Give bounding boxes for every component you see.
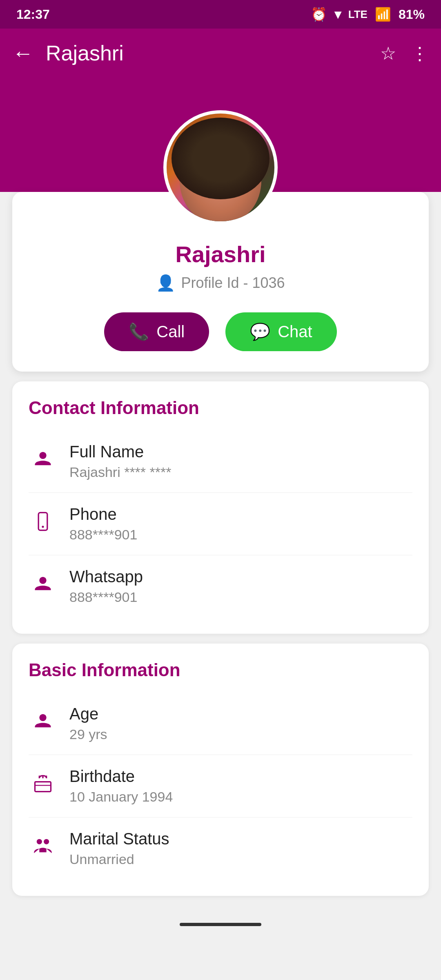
battery-label: 81% bbox=[399, 7, 425, 22]
basic-marital-row: Marital Status Unmarried bbox=[29, 817, 412, 880]
marital-icon bbox=[29, 835, 57, 862]
whatsapp-icon bbox=[29, 573, 57, 599]
contact-section-title: Contact Information bbox=[29, 398, 412, 418]
contact-whatsapp-row: Whatsapp 888****901 bbox=[29, 555, 412, 617]
contact-phone-row: Phone 888****901 bbox=[29, 493, 412, 555]
fullname-content: Full Name Rajashri **** **** bbox=[69, 443, 412, 480]
birthdate-icon bbox=[29, 773, 57, 799]
svg-rect-5 bbox=[35, 782, 51, 792]
bottom-bar bbox=[0, 912, 441, 937]
whatsapp-content: Whatsapp 888****901 bbox=[69, 568, 412, 605]
svg-point-11 bbox=[44, 839, 49, 844]
fullname-icon bbox=[29, 448, 57, 474]
basic-birthdate-row: Birthdate 10 January 1994 bbox=[29, 755, 412, 817]
chat-label: Chat bbox=[278, 323, 312, 341]
whatsapp-value: 888****901 bbox=[69, 589, 412, 605]
svg-point-10 bbox=[37, 839, 42, 844]
phone-content: Phone 888****901 bbox=[69, 505, 412, 543]
phone-icon bbox=[29, 511, 57, 537]
age-icon bbox=[29, 710, 57, 737]
profile-banner bbox=[0, 78, 441, 192]
svg-point-0 bbox=[39, 452, 46, 459]
birthdate-content: Birthdate 10 January 1994 bbox=[69, 767, 412, 805]
svg-point-2 bbox=[42, 526, 44, 528]
basic-section-title: Basic Information bbox=[29, 660, 412, 680]
profile-id-icon: 👤 bbox=[156, 274, 175, 292]
status-time: 12:37 bbox=[16, 7, 50, 22]
marital-label: Marital Status bbox=[69, 830, 412, 848]
basic-age-row: Age 29 yrs bbox=[29, 693, 412, 755]
basic-info-card: Basic Information Age 29 yrs Birthdate 1… bbox=[12, 644, 429, 896]
birthdate-value: 10 January 1994 bbox=[69, 789, 412, 805]
action-buttons: 📞 Call 💬 Chat bbox=[104, 312, 336, 351]
header-title: Rajashri bbox=[46, 41, 124, 65]
contact-info-card: Contact Information Full Name Rajashri *… bbox=[12, 381, 429, 634]
back-button[interactable]: ← bbox=[12, 41, 33, 65]
more-options-button[interactable]: ⋮ bbox=[411, 43, 429, 64]
chat-icon: 💬 bbox=[250, 322, 270, 341]
age-value: 29 yrs bbox=[69, 726, 412, 742]
whatsapp-label: Whatsapp bbox=[69, 568, 412, 586]
status-bar: 12:37 ⏰ ▾ LTE 📶 81% bbox=[0, 0, 441, 29]
call-icon: 📞 bbox=[129, 322, 149, 341]
age-content: Age 29 yrs bbox=[69, 705, 412, 742]
phone-value: 888****901 bbox=[69, 527, 412, 543]
fullname-label: Full Name bbox=[69, 443, 412, 461]
profile-id-label: Profile Id - 1036 bbox=[181, 274, 285, 292]
contact-fullname-row: Full Name Rajashri **** **** bbox=[29, 430, 412, 493]
wifi-icon: ▾ bbox=[334, 7, 341, 22]
svg-point-3 bbox=[39, 577, 46, 584]
alarm-icon: ⏰ bbox=[311, 7, 327, 22]
lte-icon: LTE bbox=[348, 8, 368, 21]
status-icons: ⏰ ▾ LTE 📶 81% bbox=[311, 7, 425, 22]
phone-label: Phone bbox=[69, 505, 412, 523]
avatar[interactable] bbox=[163, 110, 278, 225]
signal-icon: 📶 bbox=[375, 7, 391, 22]
marital-content: Marital Status Unmarried bbox=[69, 830, 412, 867]
fullname-value: Rajashri **** **** bbox=[69, 464, 412, 480]
bottom-indicator bbox=[180, 923, 261, 926]
birthdate-label: Birthdate bbox=[69, 767, 412, 786]
profile-id-row: 👤 Profile Id - 1036 bbox=[156, 274, 285, 292]
svg-point-4 bbox=[39, 714, 46, 721]
app-header: ← Rajashri ☆ ⋮ bbox=[0, 29, 441, 78]
profile-name: Rajashri bbox=[176, 241, 266, 267]
favorite-button[interactable]: ☆ bbox=[380, 43, 396, 64]
call-button[interactable]: 📞 Call bbox=[104, 312, 209, 351]
age-label: Age bbox=[69, 705, 412, 723]
chat-button[interactable]: 💬 Chat bbox=[225, 312, 337, 351]
call-label: Call bbox=[156, 323, 185, 341]
marital-value: Unmarried bbox=[69, 851, 412, 867]
